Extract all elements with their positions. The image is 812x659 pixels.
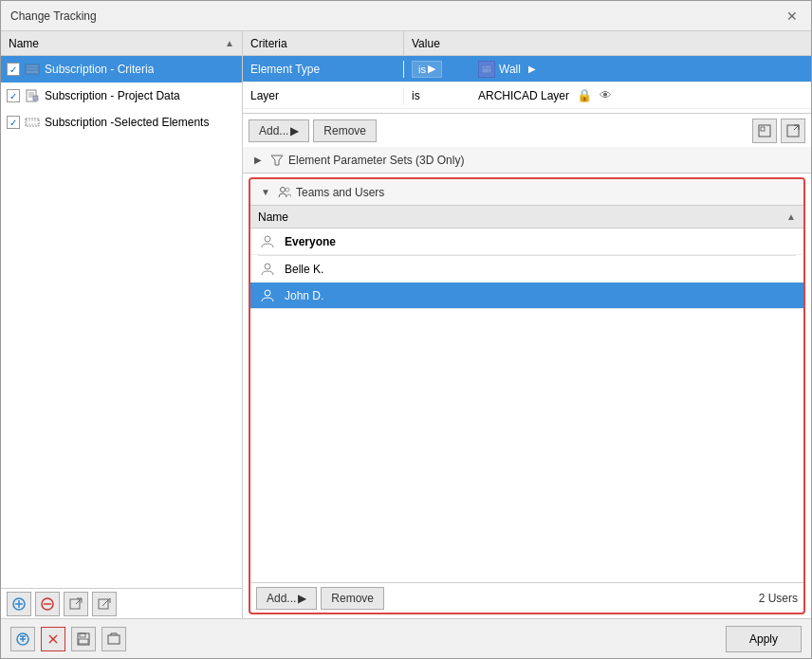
teams-section-header[interactable]: ▼ Teams and Users (250, 179, 803, 206)
add-subscription-button[interactable] (7, 592, 31, 616)
svg-rect-16 (70, 599, 80, 609)
list-item[interactable]: Subscription - Criteria (1, 56, 242, 82)
user-name-everyone: Everyone (285, 235, 336, 248)
criteria-col-header: Criteria (243, 31, 404, 55)
element-params-section-header[interactable]: ▶ Element Parameter Sets (3D Only) (243, 147, 811, 174)
teams-section-label: Teams and Users (296, 186, 384, 199)
criteria-table-header: Criteria Value (243, 31, 811, 56)
selected-elements-icon (24, 114, 41, 131)
criteria-row-layer[interactable]: Layer is ARCHICAD Layer 🔒 👁 (243, 82, 811, 109)
svg-point-29 (281, 187, 286, 192)
operator-dropdown[interactable]: is ▶ (412, 61, 442, 78)
checkbox-selected-elements[interactable] (7, 116, 20, 129)
right-panel: Criteria Value Element Type (243, 31, 811, 618)
criteria-toolbar: Add... ▶ Remove (243, 113, 811, 147)
lock-icon: 🔒 (577, 88, 592, 102)
user-name-john: John D. (285, 289, 323, 302)
svg-point-30 (286, 188, 289, 192)
list-item[interactable]: Subscription - Project Data (1, 82, 242, 109)
checkbox-criteria[interactable] (7, 63, 20, 76)
teams-add-button[interactable]: Add... ▶ (256, 587, 317, 610)
fit-view-button[interactable] (752, 119, 777, 143)
sub-item-label-selected: Subscription -Selected Elements (45, 116, 209, 129)
left-bottom-toolbar (1, 588, 242, 618)
criteria-cell-label: Layer (243, 87, 404, 104)
close-button[interactable]: ✕ (783, 7, 802, 26)
user-row-belle[interactable]: Belle K. (250, 256, 803, 283)
filter-icon (269, 153, 285, 168)
left-header-name-label: Name (9, 37, 39, 50)
criteria-cell-value: ARCHICAD Layer 🔒 👁 (471, 86, 811, 104)
svg-rect-0 (26, 64, 39, 74)
user-row-everyone[interactable]: Everyone (250, 229, 803, 255)
teams-sort-icon: ▲ (786, 211, 796, 222)
criteria-cell-operator: is ▶ (404, 59, 471, 80)
svg-rect-43 (108, 635, 120, 644)
dialog-title: Change Tracking (10, 9, 97, 23)
sub-item-label-project: Subscription - Project Data (45, 89, 180, 102)
teams-panel: ▼ Teams and Users (249, 177, 805, 614)
value-col-header: Value (404, 31, 811, 55)
user-avatar-john (258, 286, 277, 305)
svg-point-33 (265, 290, 270, 296)
apply-button[interactable]: Apply (726, 626, 802, 652)
change-tracking-dialog: Change Tracking ✕ Name ▲ (0, 0, 812, 659)
svg-line-27 (794, 125, 799, 130)
teams-expand-icon: ▼ (258, 185, 273, 200)
criteria-row-element-type[interactable]: Element Type is ▶ (243, 56, 811, 82)
teams-table-header: Name ▲ (250, 206, 803, 229)
eye-icon: 👁 (600, 88, 612, 102)
svg-marker-28 (271, 156, 283, 165)
user-avatar-belle (258, 260, 277, 279)
help-button[interactable] (10, 627, 35, 651)
user-name-belle: Belle K. (285, 263, 323, 276)
teams-remove-button[interactable]: Remove (321, 587, 384, 610)
left-panel-header: Name ▲ (1, 31, 242, 56)
criteria-rows: Element Type is ▶ (243, 56, 811, 113)
list-item[interactable]: Subscription -Selected Elements (1, 109, 242, 136)
delete-button[interactable] (41, 627, 65, 651)
teams-list: Everyone B (250, 229, 803, 582)
users-icon (277, 185, 292, 200)
svg-point-32 (265, 264, 270, 269)
right-inner: Criteria Value Element Type (243, 31, 811, 618)
project-data-icon (24, 87, 41, 104)
delete-subscription-button[interactable] (35, 592, 60, 616)
export-button[interactable] (64, 592, 88, 616)
expand-view-button[interactable] (781, 119, 805, 143)
import-button[interactable] (92, 592, 117, 616)
svg-rect-20 (482, 65, 491, 73)
user-avatar-everyone (258, 232, 277, 251)
title-bar: Change Tracking ✕ (1, 1, 811, 31)
user-count-label: 2 Users (759, 592, 798, 605)
wall-type-icon (478, 61, 495, 78)
element-params-label: Element Parameter Sets (3D Only) (288, 154, 464, 167)
user-row-john[interactable]: John D. (250, 283, 803, 309)
checkbox-project-data[interactable] (7, 89, 20, 102)
sort-arrow-icon: ▲ (225, 38, 234, 48)
sub-item-label-criteria: Subscription - Criteria (45, 63, 154, 76)
criteria-cell-operator: is (404, 87, 471, 104)
criteria-add-button[interactable]: Add... ▶ (249, 119, 309, 142)
bottom-sections: ▶ Element Parameter Sets (3D Only) ▼ (243, 147, 811, 618)
criteria-remove-button[interactable]: Remove (313, 119, 377, 142)
svg-rect-42 (79, 639, 88, 644)
main-content: Name ▲ Subscription - Criteria (1, 31, 811, 618)
expand-icon: ▶ (250, 153, 266, 168)
left-panel: Name ▲ Subscription - Criteria (1, 31, 243, 618)
subscription-list: Subscription - Criteria Subsc (1, 56, 242, 588)
svg-rect-18 (99, 599, 108, 609)
svg-rect-8 (26, 119, 39, 126)
criteria-icon (24, 61, 41, 78)
value-nav-button[interactable]: ▶ (525, 61, 540, 78)
svg-rect-7 (33, 96, 38, 101)
criteria-section: Criteria Value Element Type (243, 31, 811, 113)
load-button[interactable] (102, 627, 126, 651)
svg-rect-41 (80, 633, 85, 637)
dialog-bottom-bar: Apply (1, 618, 811, 658)
svg-rect-25 (761, 127, 765, 131)
criteria-cell-label: Element Type (243, 61, 404, 78)
save-button[interactable] (71, 627, 96, 651)
criteria-cell-value: Wall ▶ (471, 59, 811, 80)
svg-point-31 (265, 236, 270, 242)
